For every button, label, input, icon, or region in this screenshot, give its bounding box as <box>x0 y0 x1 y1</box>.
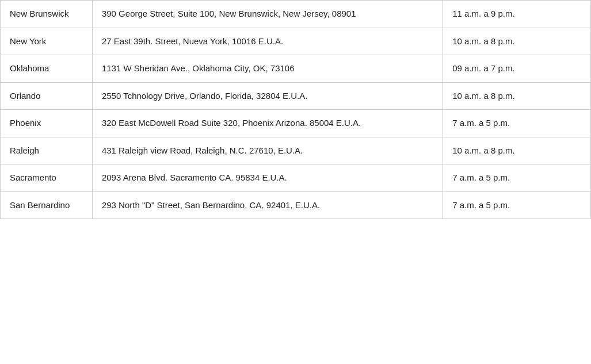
address-cell: 293 North "D" Street, San Bernardino, CA… <box>92 191 443 219</box>
address-cell: 390 George Street, Suite 100, New Brunsw… <box>92 1 443 28</box>
hours-cell: 10 a.m. a 8 p.m. <box>443 28 591 55</box>
table-row: San Bernardino293 North "D" Street, San … <box>1 191 591 219</box>
city-cell: Oklahoma <box>1 55 93 83</box>
city-cell: New York <box>1 28 93 55</box>
table-row: New Brunswick390 George Street, Suite 10… <box>1 1 591 28</box>
hours-cell: 7 a.m. a 5 p.m. <box>443 191 591 219</box>
hours-cell: 09 a.m. a 7 p.m. <box>443 55 591 83</box>
table-row: Orlando2550 Tchnology Drive, Orlando, Fl… <box>1 82 591 110</box>
address-cell: 27 East 39th. Street, Nueva York, 10016 … <box>92 28 443 55</box>
address-cell: 2550 Tchnology Drive, Orlando, Florida, … <box>92 82 443 110</box>
table-row: Phoenix320 East McDowell Road Suite 320,… <box>1 110 591 137</box>
hours-cell: 7 a.m. a 5 p.m. <box>443 110 591 137</box>
city-cell: Orlando <box>1 82 93 110</box>
hours-cell: 10 a.m. a 8 p.m. <box>443 82 591 110</box>
address-cell: 1131 W Sheridan Ave., Oklahoma City, OK,… <box>92 55 443 83</box>
hours-cell: 11 a.m. a 9 p.m. <box>443 1 591 28</box>
address-cell: 2093 Arena Blvd. Sacramento CA. 95834 E.… <box>92 164 443 192</box>
city-cell: Phoenix <box>1 110 93 137</box>
table-row: Sacramento2093 Arena Blvd. Sacramento CA… <box>1 164 591 192</box>
table-row: Oklahoma1131 W Sheridan Ave., Oklahoma C… <box>1 55 591 83</box>
hours-cell: 10 a.m. a 8 p.m. <box>443 137 591 164</box>
city-cell: San Bernardino <box>1 191 93 219</box>
address-cell: 320 East McDowell Road Suite 320, Phoeni… <box>92 110 443 137</box>
city-cell: Raleigh <box>1 137 93 164</box>
locations-table: New Brunswick390 George Street, Suite 10… <box>0 0 591 219</box>
address-cell: 431 Raleigh view Road, Raleigh, N.C. 276… <box>92 137 443 164</box>
table-row: New York27 East 39th. Street, Nueva York… <box>1 28 591 55</box>
city-cell: New Brunswick <box>1 1 93 28</box>
hours-cell: 7 a.m. a 5 p.m. <box>443 164 591 192</box>
city-cell: Sacramento <box>1 164 93 192</box>
table-row: Raleigh431 Raleigh view Road, Raleigh, N… <box>1 137 591 164</box>
